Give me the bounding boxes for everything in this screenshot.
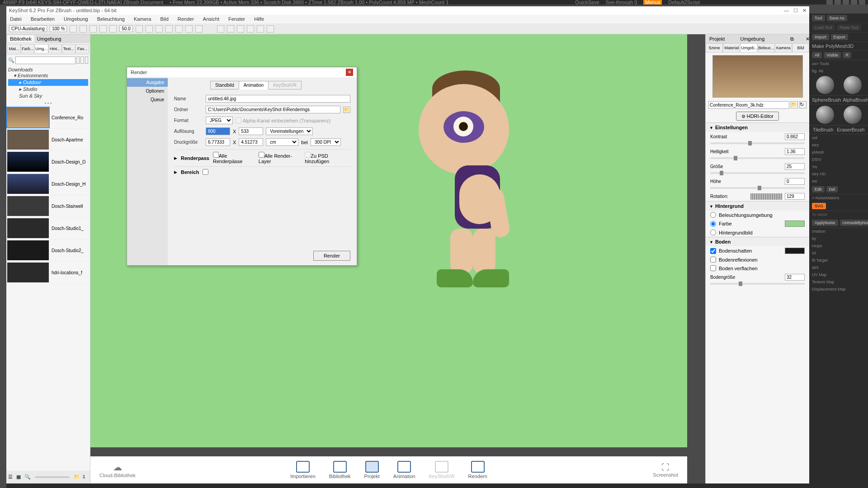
browse-folder-icon[interactable]: 📁 [343,107,350,113]
groesse-slider[interactable] [710,172,805,174]
tool-icon[interactable] [165,25,173,33]
thumbnail-list[interactable]: Conference_Ro Dosch-Apartme Dosch-Design… [6,107,90,296]
tab-textures[interactable]: Text... [62,44,75,53]
brush-sphere[interactable] [844,76,862,94]
preset-select[interactable]: Voreinstellungen [266,127,313,135]
tool-icon[interactable] [217,25,224,33]
thumb-item[interactable]: Dosch-Studio1_ [6,217,90,239]
menu-bild[interactable]: Bild [158,15,170,23]
import-icon[interactable]: ⇩ [82,474,88,480]
view-grid-icon[interactable]: ▦ [16,474,23,480]
brush-sphere[interactable] [816,76,834,94]
expand-icon[interactable] [99,25,107,33]
helligkeit-input[interactable] [785,148,805,155]
brush-sphere[interactable] [844,106,862,124]
tab-kamera[interactable]: Kamera [775,43,792,52]
tab-material[interactable]: Material [723,43,740,52]
tool-icon[interactable] [257,25,264,33]
tool-icon[interactable] [247,25,254,33]
tool-icon[interactable] [227,25,234,33]
tree-environments[interactable]: ▾ Environments [8,72,88,79]
thumb-item[interactable]: Dosch-Design_H [6,173,90,195]
zb-default[interactable]: DefaultZScript [668,0,700,5]
helligkeit-slider[interactable] [710,157,805,159]
thumb-item[interactable]: Dosch-Apartme [6,129,90,151]
panel-tab-umgebung[interactable]: Umgebung [34,35,64,42]
section-settings[interactable]: Einstellungen [715,125,748,130]
format-select[interactable]: JPEG [206,117,233,124]
name-input[interactable] [206,95,350,103]
tool-icon[interactable] [237,25,244,33]
close-panel-icon[interactable]: ✕ [803,35,808,41]
tool-icon[interactable] [136,25,143,33]
hdri-file-input[interactable] [708,101,789,109]
all-layers-checkbox[interactable] [259,152,264,158]
tab-environments[interactable]: Umg... [34,44,48,53]
cloud-library-button[interactable]: ☁Cloud-Bibliothek [99,462,136,478]
tree-downloads[interactable]: Downloads [8,67,88,72]
tab-materials[interactable]: Mat... [7,44,21,53]
hdri-editor-button[interactable]: ⚙ HDRI-Editor [736,112,779,121]
renderpass-label[interactable]: Renderpass [181,155,209,161]
tab-backplates[interactable]: Hint... [48,44,62,53]
thumb-size-slider[interactable] [35,476,69,478]
undock-icon[interactable]: ⧉ [788,35,793,41]
search-refresh-icon[interactable] [85,56,88,64]
library-search-input[interactable] [15,56,75,64]
tree-studio[interactable]: ▸ Studio [8,86,88,93]
tool-icon[interactable] [195,25,203,33]
panel-tab-projekt[interactable]: Projekt [707,35,727,42]
tab-szene[interactable]: Szene [706,43,723,52]
side-optionen[interactable]: Optionen [127,87,168,95]
bg-image-radio[interactable] [710,230,716,235]
thumb-item[interactable]: Dosch-Stairwell [6,195,90,217]
ground-size-slider[interactable] [710,283,805,285]
tab-standbild[interactable]: Standbild [210,81,239,89]
tool-icon[interactable] [185,25,193,33]
close-button[interactable]: ✕ [802,8,807,14]
menu-render[interactable]: Render [176,15,196,23]
folder-input[interactable] [206,106,340,113]
reload-icon[interactable]: ↻ [799,101,807,108]
zoom-icon[interactable]: 🔍 [24,474,31,480]
zb-quicksave[interactable]: QuickSave [575,0,599,5]
thumb-item[interactable]: Dosch-Design_D [6,151,90,173]
menu-hilfe[interactable]: Hilfe [252,15,266,23]
tree-outdoor[interactable]: ▸ Outdoor [8,79,88,86]
search-opt-icon[interactable] [80,56,84,64]
folder-icon[interactable]: 📁 [74,474,80,480]
unit-select[interactable]: cm [266,138,298,146]
hoehe-input[interactable] [785,178,805,185]
rotation-input[interactable] [785,193,805,200]
tree-sunsky[interactable]: Sun & Sky [8,93,88,99]
dpi-select[interactable]: 300 DPI [311,138,341,146]
render-button[interactable]: Render [313,251,350,261]
tab-colors[interactable]: Farb... [21,44,34,53]
tab-favorites[interactable]: Fav... [75,44,89,53]
panel-tab-bibliothek[interactable]: Bibliothek [7,35,34,42]
ground-size-input[interactable] [785,274,805,281]
zb-tool[interactable]: Tool [812,15,825,21]
zb-import[interactable]: Import [812,34,829,40]
tab-beleuchtung[interactable]: Beleuc... [758,43,775,52]
cpu-label[interactable]: CPU-Auslastung [9,25,47,32]
zb-menus[interactable]: Menus [643,0,662,5]
section-boden[interactable]: Boden [715,239,731,244]
menu-kamera[interactable]: Kamera [132,15,153,23]
tool-icon[interactable] [146,25,153,33]
res-height-input[interactable] [239,127,263,135]
bg-env-radio[interactable] [710,212,716,218]
maximize-button[interactable]: ☐ [793,8,798,14]
region-label[interactable]: Bereich [181,169,199,175]
kontrast-input[interactable] [785,133,805,140]
hoehe-slider[interactable] [710,187,805,189]
view-list-icon[interactable]: ☰ [8,474,14,480]
shadow-color-swatch[interactable] [785,248,805,254]
bg-color-radio[interactable] [710,221,716,227]
refresh-icon[interactable] [90,25,97,33]
zb-saveas[interactable]: Save As [827,15,847,21]
all-passes-checkbox[interactable] [213,152,219,158]
side-queue[interactable]: Queue [127,95,168,104]
thumb-item[interactable]: Conference_Ro [6,107,90,129]
print-height-input[interactable] [239,138,263,146]
